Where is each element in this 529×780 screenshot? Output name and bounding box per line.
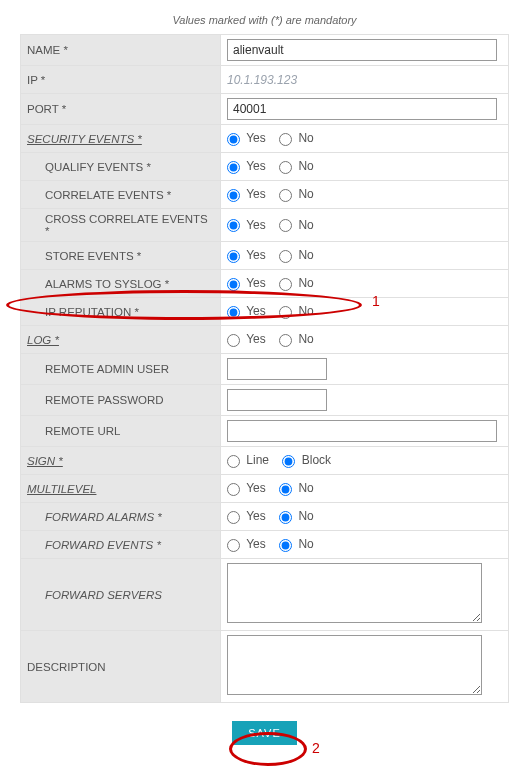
mandatory-note: Values marked with (*) are mandatory [20, 0, 509, 34]
label-port: PORT * [21, 94, 221, 125]
forward-alarms-yes[interactable] [227, 511, 240, 524]
alarms-to-syslog-yes[interactable] [227, 278, 240, 291]
label-forward-alarms: FORWARD ALARMS * [21, 503, 221, 531]
config-form: NAME * IP * 10.1.193.123 PORT * SECURITY… [20, 34, 509, 703]
label-remote-admin-user: REMOTE ADMIN USER [21, 354, 221, 385]
alarms-to-syslog-no[interactable] [279, 278, 292, 291]
qualify-events-no[interactable] [279, 161, 292, 174]
label-remote-password: REMOTE PASSWORD [21, 385, 221, 416]
label-remote-url: REMOTE URL [21, 416, 221, 447]
label-forward-events: FORWARD EVENTS * [21, 531, 221, 559]
label-description: DESCRIPTION [21, 631, 221, 703]
forward-events-yes[interactable] [227, 539, 240, 552]
name-input[interactable] [227, 39, 497, 61]
log-yes[interactable] [227, 334, 240, 347]
ip-reputation-no[interactable] [279, 306, 292, 319]
cross-correlate-events-no[interactable] [279, 219, 292, 232]
ip-reputation-yes[interactable] [227, 306, 240, 319]
label-forward-servers: FORWARD SERVERS [21, 559, 221, 631]
label-store-events: STORE EVENTS * [21, 242, 221, 270]
label-multilevel: MULTILEVEL [21, 475, 221, 503]
remote-url-input[interactable] [227, 420, 497, 442]
log-no[interactable] [279, 334, 292, 347]
label-cross-correlate-events: CROSS CORRELATE EVENTS * [21, 209, 221, 242]
ip-value: 10.1.193.123 [227, 73, 297, 87]
sign-line[interactable] [227, 455, 240, 468]
label-security-events: SECURITY EVENTS * [21, 125, 221, 153]
label-ip: IP * [21, 66, 221, 94]
sign-block[interactable] [282, 455, 295, 468]
label-sign: SIGN * [21, 447, 221, 475]
save-button[interactable]: SAVE [232, 721, 297, 745]
forward-alarms-no[interactable] [279, 511, 292, 524]
store-events-no[interactable] [279, 250, 292, 263]
qualify-events-yes[interactable] [227, 161, 240, 174]
label-correlate-events: CORRELATE EVENTS * [21, 181, 221, 209]
label-alarms-to-syslog: ALARMS TO SYSLOG * [21, 270, 221, 298]
remote-admin-user-input[interactable] [227, 358, 327, 380]
multilevel-no[interactable] [279, 483, 292, 496]
correlate-events-no[interactable] [279, 189, 292, 202]
correlate-events-yes[interactable] [227, 189, 240, 202]
label-qualify-events: QUALIFY EVENTS * [21, 153, 221, 181]
cross-correlate-events-yes[interactable] [227, 219, 240, 232]
security-events-yes[interactable] [227, 133, 240, 146]
label-log: LOG * [21, 326, 221, 354]
remote-password-input[interactable] [227, 389, 327, 411]
forward-events-no[interactable] [279, 539, 292, 552]
port-input[interactable] [227, 98, 497, 120]
label-ip-reputation: IP REPUTATION * [21, 298, 221, 326]
label-name: NAME * [21, 35, 221, 66]
forward-servers-input[interactable] [227, 563, 482, 623]
security-events-no[interactable] [279, 133, 292, 146]
description-input[interactable] [227, 635, 482, 695]
multilevel-yes[interactable] [227, 483, 240, 496]
store-events-yes[interactable] [227, 250, 240, 263]
